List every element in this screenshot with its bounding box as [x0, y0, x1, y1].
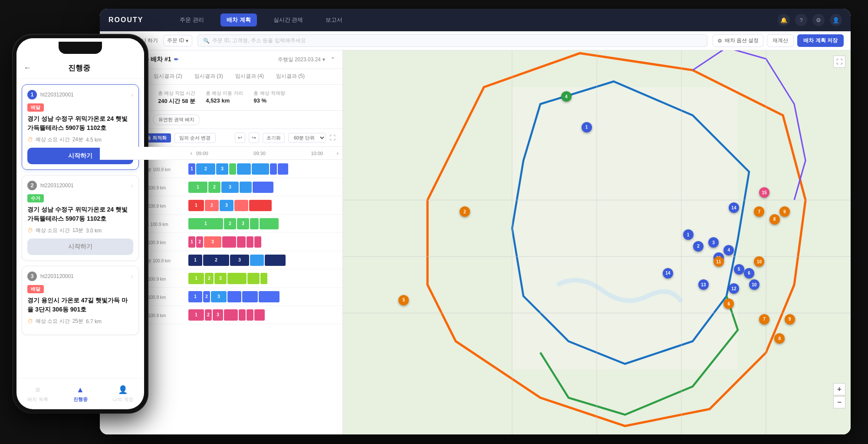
nav-links: 주문 관리 배차 계획 실시간 관제 보고서	[174, 13, 765, 27]
order-id-dropdown[interactable]: 주문 ID ▾	[163, 35, 192, 46]
help-icon[interactable]: ?	[795, 14, 807, 26]
timeline-track-2[interactable]: 123	[187, 196, 342, 214]
undo-btn[interactable]: ↩	[235, 133, 245, 143]
save-plan-button[interactable]: 배차 계획 저장	[797, 34, 844, 47]
timeline-track-5[interactable]: 123	[187, 251, 342, 269]
map-pin-2[interactable]: 2	[460, 206, 470, 217]
order-time-1: ⏱ 예상 소요 시간 24분 4.5 km	[27, 136, 133, 143]
tl-block-1-3	[240, 182, 252, 193]
reset-btn[interactable]: 초기화	[263, 133, 285, 143]
map-pin-16[interactable]: 10	[749, 279, 760, 290]
time-unit-select[interactable]: 60분 단위	[288, 133, 326, 142]
map-pin-4[interactable]: 15	[759, 187, 769, 198]
stat-distance-value: 4,523 km	[206, 97, 243, 104]
map-pin-11[interactable]: 3	[708, 237, 719, 248]
map-pin-6[interactable]: 7	[754, 206, 764, 217]
tab-result-2[interactable]: 임시결과 (2)	[148, 69, 188, 84]
map-pin-24[interactable]: 8	[774, 333, 785, 344]
laptop-shell: ROOUTY 주문 관리 배차 계획 실시간 관제 보고서 🔔 ? ⚙ 👤 ← …	[100, 9, 851, 434]
action-flexible-zone[interactable]: 유연한 권역 배치	[153, 114, 200, 125]
map-controls: + −	[833, 383, 845, 408]
map-pin-7[interactable]: 8	[769, 214, 780, 225]
time-nav-next[interactable]: ›	[333, 149, 342, 158]
map-pin-21[interactable]: 10	[754, 256, 764, 267]
plan-header-right: 주행일 2023.03.24 ▾ ⌃	[278, 56, 335, 63]
order-card-2[interactable]: 2 ht2203120001 › 수거 경기 성남 수정구 위믹가온로 24 햇…	[22, 175, 139, 261]
redo-btn[interactable]: ↪	[249, 133, 259, 143]
option-button[interactable]: ⚙ 배차 옵션 설정	[713, 34, 764, 47]
timeline-track-8[interactable]: 123	[187, 306, 342, 324]
map-pin-10[interactable]: 2	[693, 241, 704, 252]
time-label-1000: 10:00	[311, 151, 323, 156]
order-tag-2: 수거	[27, 194, 44, 202]
tl-block-1-2: 3	[221, 182, 239, 193]
tab-result-3[interactable]: 임시결과 (3)	[188, 69, 229, 84]
nav-order-mgmt[interactable]: 주문 관리	[174, 13, 210, 27]
map-pin-9[interactable]: 1	[683, 229, 694, 240]
time-nav-prev[interactable]: ‹	[187, 149, 196, 158]
dispatch-icon: ≡	[36, 385, 40, 394]
nav-dispatch-plan[interactable]: 배차 계획	[220, 13, 257, 27]
timeline-track-6[interactable]: 123	[187, 269, 342, 287]
stat-capacity-value: 93 %	[253, 97, 285, 104]
phone-nav-account[interactable]: 👤 나의 계정	[102, 385, 144, 403]
timeline-track-3[interactable]: 123	[187, 215, 342, 232]
map-pin-3[interactable]: 5	[398, 295, 409, 305]
map-pin-18[interactable]: 13	[698, 279, 709, 290]
zoom-in-btn[interactable]: +	[833, 383, 845, 395]
user-icon[interactable]: 👤	[830, 14, 842, 26]
order-num-3: 3	[27, 272, 37, 281]
order-card-3[interactable]: 3 ht2203120001 › 배달 경기 용인시 가온로 47길 햇빛가득 …	[22, 266, 139, 335]
nav-icons: 🔔 ? ⚙ 👤	[778, 14, 842, 26]
edit-icon[interactable]: ✏	[174, 56, 178, 63]
nav-realtime[interactable]: 실시간 관제	[267, 13, 309, 27]
map-pin-19[interactable]: 14	[663, 268, 673, 278]
tl-block-6-2: 3	[214, 273, 227, 284]
timeline-track-0[interactable]: 123	[187, 160, 342, 178]
manual-chip[interactable]: 임의 순서 변경	[174, 133, 215, 143]
tl-block-5-2: 3	[230, 255, 249, 266]
time-icon-1: ⏱	[27, 136, 33, 143]
map-pin-1[interactable]: 1	[582, 122, 592, 133]
recalc-button[interactable]: 재계산	[767, 34, 794, 47]
tl-block-2-2: 3	[220, 200, 233, 211]
map-pin-22[interactable]: 11	[713, 256, 724, 267]
timeline-track-7[interactable]: 123	[187, 288, 342, 305]
order-card-3-id-row: 3 ht2203120001	[27, 272, 74, 281]
nav-report[interactable]: 보고서	[319, 13, 349, 27]
phone-nav-dispatch[interactable]: ≡ 배치 목록	[16, 385, 59, 403]
phone-back-btn[interactable]: ←	[23, 63, 31, 73]
start-btn-2[interactable]: 시작하기	[27, 239, 133, 255]
timeline-track-1[interactable]: 123	[187, 178, 342, 196]
timeline-track-4[interactable]: 123	[187, 233, 342, 251]
order-chevron-2[interactable]: ›	[131, 182, 133, 189]
settings-icon[interactable]: ⚙	[812, 14, 825, 26]
tl-block-0-5	[252, 163, 269, 175]
search-icon: 🔍	[203, 38, 210, 44]
order-chevron-3[interactable]: ›	[131, 273, 133, 280]
expand-btn[interactable]: ⌃	[330, 56, 335, 63]
map-pin-5[interactable]: 14	[729, 202, 739, 213]
tl-block-6-1: 2	[205, 273, 214, 284]
map-pin-15[interactable]: 6	[744, 268, 754, 278]
map-pin-23[interactable]: 7	[759, 314, 769, 325]
map-pin-17[interactable]: 12	[729, 283, 739, 294]
tab-result-4[interactable]: 임시결과 (4)	[229, 69, 270, 84]
map-pin-12[interactable]: 4	[723, 245, 734, 255]
zoom-out-btn[interactable]: −	[833, 396, 845, 408]
map-pin-0[interactable]: 4	[561, 91, 572, 102]
search-bar[interactable]: 🔍 주문 ID, 고객명, 주소 등을 입력해주세요	[197, 34, 707, 47]
map-pin-20[interactable]: 6	[723, 298, 734, 309]
fullscreen-btn[interactable]: ⛶	[833, 56, 845, 68]
tab-result-5[interactable]: 임시결과 (5)	[270, 69, 311, 84]
expand-timeline-btn[interactable]: ⛶	[329, 134, 335, 141]
map-pin-25[interactable]: 9	[785, 314, 795, 325]
phone-nav-progress[interactable]: ▲ 진행중	[59, 385, 102, 403]
notification-icon[interactable]: 🔔	[778, 14, 790, 26]
map-pin-8[interactable]: 9	[779, 206, 790, 217]
tl-block-7-4	[242, 291, 258, 302]
order-chevron-1[interactable]: ›	[131, 91, 133, 98]
map-pin-14[interactable]: 5	[734, 264, 744, 275]
order-id-2: ht2203120001	[40, 182, 74, 189]
order-distance-3: 6.7 km	[86, 318, 102, 325]
